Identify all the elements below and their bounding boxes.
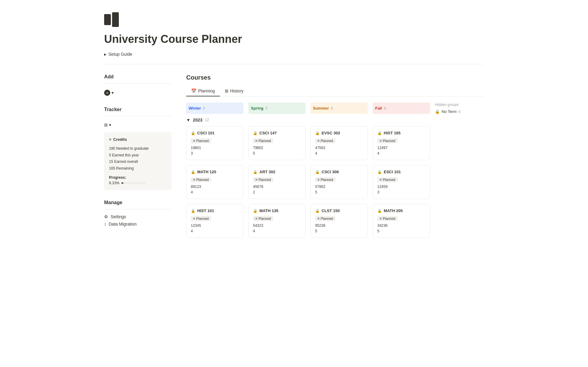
card-clst-150[interactable]: 🔒 CLST 150 Planned 95236 5 [311, 204, 368, 238]
setup-guide[interactable]: ▶ Setup Guide [104, 52, 484, 57]
lock-icon: 🔒 [315, 170, 320, 174]
settings-label: Settings [111, 214, 126, 219]
card-art-302[interactable]: 🔒 ART 302 Planned 45678 2 [248, 165, 306, 199]
card-csci-101-number: 19801 [191, 146, 239, 150]
data-migration-button[interactable]: ↕ Data Migration [104, 220, 172, 228]
no-term-row: 🔒 No Term 0 [435, 109, 484, 114]
status-dot [380, 140, 382, 142]
card-clst-150-status: Planned [315, 216, 335, 221]
card-hist-165-number: 12497 [377, 146, 425, 150]
status-label: Planned [321, 217, 333, 220]
card-esci-101[interactable]: 🔒 ESCI 101 Planned 12459 3 [373, 165, 430, 199]
lock-icon: 🔒 [191, 209, 195, 213]
credits-list-icon: ≡ [109, 137, 111, 142]
card-math-205-status: Planned [377, 216, 398, 221]
courses-tabs: 📅 Planning ⊞ History [186, 86, 484, 96]
grid-icon: ⊞ [104, 122, 108, 127]
status-dot [318, 218, 319, 219]
sidebar: Add + ▾ Tracker ⊞ ▾ ≡ Credits 180 Needed [104, 74, 172, 243]
lock-icon: 🔒 [191, 131, 195, 135]
fall-count: 3 [384, 106, 386, 110]
progress-label: Progress: [109, 175, 167, 180]
credits-details: 180 Needed to graduate 0 Earned this yea… [109, 145, 167, 172]
card-csci-147-status: Planned [253, 138, 273, 143]
lock-icon: 🔒 [377, 170, 382, 174]
status-dot [193, 218, 195, 219]
card-csci-101[interactable]: 🔒 CSCI 101 Planned 19801 3 [186, 126, 243, 160]
course-row-2: 🔒 MATH 120 Planned 89123 4 🔒 ART 302 [186, 165, 484, 199]
year-group-header: ▼ 2023 12 [186, 118, 484, 122]
card-math-205[interactable]: 🔒 MATH 205 Planned 34236 5 [373, 204, 430, 238]
spring-column-header: Spring 3 [248, 103, 306, 114]
status-label: Planned [258, 139, 271, 143]
card-csci-306-credits: 5 [315, 190, 363, 194]
progress-bar-background [121, 182, 146, 184]
card-hist-101-status: Planned [191, 216, 211, 221]
status-label: Planned [383, 139, 395, 143]
manage-section-title: Manage [104, 200, 172, 205]
card-evsc-302-number: 47562 [315, 146, 363, 150]
card-evsc-302-credits: 4 [315, 151, 363, 155]
card-math-205-credits: 5 [377, 229, 425, 233]
spring-label: Spring [251, 106, 263, 110]
card-math-205-header: 🔒 MATH 205 [377, 208, 425, 213]
card-art-302-credits: 2 [253, 190, 301, 194]
card-math-120-number: 89123 [191, 185, 239, 189]
card-csci-306-title: CSCI 306 [322, 170, 339, 174]
no-term-count: 0 [458, 110, 461, 114]
lock-icon: 🔒 [253, 170, 258, 174]
course-row-3: 🔒 HIST 101 Planned 12345 4 🔒 MATH 135 [186, 204, 484, 238]
card-csci-306-header: 🔒 CSCI 306 [315, 170, 363, 174]
card-art-302-title: ART 302 [259, 170, 275, 174]
progress-bar-fill [121, 182, 123, 184]
card-hist-165-header: 🔒 HIST 165 [377, 131, 425, 135]
card-csci-306-number: 57862 [315, 185, 363, 189]
tab-history[interactable]: ⊞ History [220, 86, 249, 96]
card-evsc-302-title: EVSC 302 [322, 131, 340, 135]
card-hist-165[interactable]: 🔒 HIST 165 Planned 12497 4 [373, 126, 430, 160]
card-hist-101-credits: 4 [191, 229, 239, 233]
history-tab-label: History [230, 88, 244, 93]
card-csci-147-header: 🔒 CSCI 147 [253, 131, 301, 135]
credits-earned-overall: 15 Earned overall [109, 159, 167, 165]
tab-planning[interactable]: 📅 Planning [186, 86, 220, 96]
card-hist-165-credits: 4 [377, 151, 425, 155]
card-evsc-302[interactable]: 🔒 EVSC 302 Planned 47562 4 [311, 126, 368, 160]
card-hist-101[interactable]: 🔒 HIST 101 Planned 12345 4 [186, 204, 243, 238]
card-hist-165-status: Planned [377, 138, 398, 143]
spring-count: 3 [265, 106, 267, 110]
lock-icon: 🔒 [253, 131, 258, 135]
card-clst-150-title: CLST 150 [322, 208, 340, 213]
settings-button[interactable]: ⚙ Settings [104, 213, 172, 220]
card-evsc-302-header: 🔒 EVSC 302 [315, 131, 363, 135]
status-dot [318, 179, 319, 181]
lock-icon: 🔒 [253, 209, 258, 213]
planning-tab-icon: 📅 [191, 88, 196, 93]
setup-guide-label: Setup Guide [108, 52, 132, 57]
card-math-120-title: MATH 120 [197, 170, 216, 174]
year-label: 2023 [193, 118, 202, 122]
lock-icon: 🔒 [377, 209, 382, 213]
card-math-120[interactable]: 🔒 MATH 120 Planned 89123 4 [186, 165, 243, 199]
status-label: Planned [258, 217, 271, 220]
card-math-205-title: MATH 205 [384, 208, 403, 213]
svg-rect-2 [108, 15, 111, 24]
main-divider [104, 64, 484, 64]
hidden-groups-spacer-2 [435, 165, 484, 199]
add-button[interactable]: + ▾ [104, 88, 114, 97]
status-label: Planned [196, 178, 209, 182]
manage-divider [104, 209, 172, 209]
summer-column-header: Summer 3 [311, 103, 368, 114]
card-math-135[interactable]: 🔒 MATH 135 Planned 54323 4 [248, 204, 306, 238]
card-csci-147[interactable]: 🔒 CSCI 147 Planned 79802 5 [248, 126, 306, 160]
lock-icon-no-term: 🔒 [435, 109, 440, 114]
card-esci-101-credits: 3 [377, 190, 425, 194]
card-art-302-header: 🔒 ART 302 [253, 170, 301, 174]
grid-toggle-button[interactable]: ⊞ ▾ [104, 121, 111, 129]
card-hist-165-title: HIST 165 [384, 131, 401, 135]
year-collapse-icon[interactable]: ▼ [186, 118, 190, 122]
no-term-label: No Term [442, 109, 457, 114]
year-count: 12 [205, 118, 209, 122]
card-csci-306[interactable]: 🔒 CSCI 306 Planned 57862 5 [311, 165, 368, 199]
progress-row: 8.33% [109, 181, 167, 185]
